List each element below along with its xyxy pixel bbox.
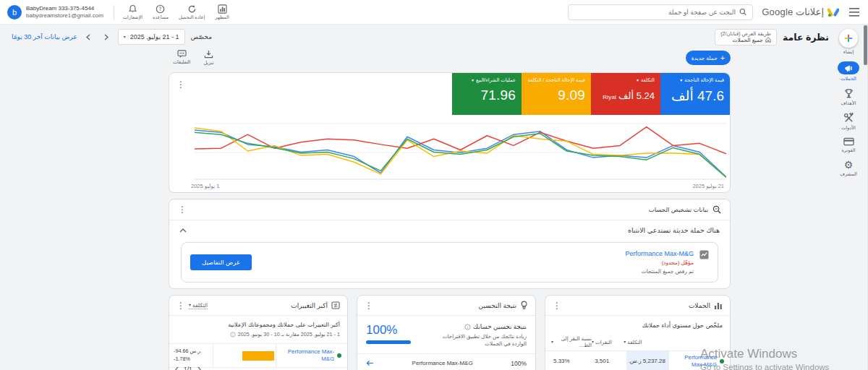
sort-caret-icon: ▾ xyxy=(551,340,553,344)
refresh-button[interactable]: إعادة التحميل xyxy=(179,4,205,20)
kpi-label: عمليات الشراء/البيع xyxy=(476,77,516,83)
diagnostics-menu-icon[interactable]: ⋮ xyxy=(178,205,187,214)
diagnostics-search-icon xyxy=(712,205,721,214)
campaigns-table-header: التكلفة▾ النقرات▾ نسبة النقر إلى الظ...▾ xyxy=(545,335,730,351)
chevron-up-icon[interactable] xyxy=(179,228,187,233)
download-label: تنزيل xyxy=(203,60,213,66)
arrow-left-icon[interactable] xyxy=(366,360,374,366)
kpi-label: قيمة الإحالة الناجحة / التكلفة xyxy=(528,77,585,83)
notifications-button[interactable]: الإشعارات xyxy=(123,4,142,20)
performance-line-chart[interactable] xyxy=(195,121,726,180)
new-campaign-button[interactable]: + حملة جديدة xyxy=(686,51,731,65)
column-clicks[interactable]: النقرات▾ xyxy=(592,339,624,345)
sidebar-item-create[interactable]: إنشاء xyxy=(839,29,858,55)
kpi-label: قيمة الإحالة الناجحة xyxy=(684,77,724,83)
info-icon[interactable]: i xyxy=(230,332,236,337)
changes-pagination: 1/1 xyxy=(175,366,201,370)
optimization-card-menu-icon[interactable]: ⋮ xyxy=(365,301,373,310)
campaign-link[interactable]: Performance Max-M&G xyxy=(625,250,694,257)
account-diagnostics-card: بيانات تشخيص الحساب ⋮ هناك حملة حديثة تس… xyxy=(169,199,731,289)
column-ctr[interactable]: نسبة النقر إلى الظ...▾ xyxy=(551,335,592,348)
sidebar-item-goals[interactable]: الأهداف xyxy=(841,88,856,106)
chart-line-cost xyxy=(195,127,726,154)
campaign-link[interactable]: Performance Max-M&G xyxy=(412,360,473,366)
main-navigation-sidebar: إنشاء الحملات الأهداف الأدوات الفوترة ⚙ … xyxy=(834,29,863,177)
dropdown-caret-icon: ▾ xyxy=(637,78,639,82)
sidebar-item-tools[interactable]: الأدوات xyxy=(841,113,855,131)
show-last-30-days-link[interactable]: عرض بيانات آخر 30 يومًا xyxy=(12,33,77,40)
cost-change-value: -94.66 ر.س. xyxy=(174,348,208,356)
search-icon xyxy=(739,8,746,16)
topbar-actions: المظهر إعادة التحميل ? مساعدة الإشعارات xyxy=(123,4,229,20)
date-range-selector[interactable]: 1 - 21 يوليو, 2025 ▾ xyxy=(118,29,185,45)
kpi-chip-purchases[interactable]: عمليات الشراء/البيع▾ 71.96 xyxy=(452,73,522,115)
reports-chart-icon xyxy=(218,4,227,14)
optimization-score-bar xyxy=(366,340,411,344)
download-button[interactable]: تنزيل xyxy=(203,50,213,66)
campaigns-table-row: Performance Max-M&G 5,237.28 ر.س. 3,501 … xyxy=(545,351,730,370)
dropdown-caret-icon: ▾ xyxy=(680,78,682,82)
avatar[interactable]: b xyxy=(7,5,22,20)
sidebar-item-admin[interactable]: ⚙ المشرف xyxy=(840,160,857,177)
view-mode-line1: طريقة العرض (قناتان/2) xyxy=(720,31,771,37)
info-icon[interactable]: i xyxy=(464,324,471,330)
hamburger-menu-icon[interactable] xyxy=(848,6,861,19)
view-mode-selector[interactable]: طريقة العرض (قناتان/2) جميع الحملات xyxy=(715,29,777,46)
campaign-alert-item: Performance Max-M&G مؤهّل (محدود) تم رفض… xyxy=(181,242,718,283)
changes-card-subtitle: أكبر التغييرات على حملاتك ومجموعاتك الإع… xyxy=(169,316,347,328)
page-title: نظرة عامة xyxy=(783,32,829,43)
percent-change-value: -1.78% xyxy=(174,356,208,363)
date-custom-label: مخصّص xyxy=(191,33,212,40)
campaign-link[interactable]: Performance Max-M&G xyxy=(671,354,717,368)
changes-swap-icon xyxy=(331,301,340,309)
help-button[interactable]: ? مساعدة xyxy=(153,4,169,20)
changes-row: Performance Max-M&G -94.66 ر.س. -1.78% xyxy=(169,343,347,368)
page-indicator: 1/1 xyxy=(184,366,192,370)
global-search-box[interactable] xyxy=(568,4,753,20)
performance-chart-card: ⋮ قيمة الإحالة الناجحة▾ 47.6 ألف التكلفة… xyxy=(169,72,731,193)
svg-text:i: i xyxy=(232,332,233,336)
campaign-link[interactable]: Performance Max-M&G xyxy=(282,348,334,362)
kpi-chip-conversion-value[interactable]: قيمة الإحالة الناجحة▾ 47.6 ألف xyxy=(660,73,730,115)
new-campaign-label: حملة جديدة xyxy=(692,55,718,61)
page-prev-icon[interactable] xyxy=(175,366,179,370)
appearance-label: المظهر xyxy=(215,14,229,20)
search-input[interactable] xyxy=(574,9,736,16)
campaign-performance-badge-icon xyxy=(699,250,709,259)
page-next-icon[interactable] xyxy=(197,366,201,370)
column-cost[interactable]: التكلفة▾ xyxy=(624,339,666,345)
campaign-status: مؤهّل (محدود) xyxy=(625,259,694,266)
billing-card-icon xyxy=(843,137,854,146)
appearance-button[interactable]: المظهر xyxy=(215,4,229,20)
changes-metric-dropdown[interactable]: التكلفة▾ xyxy=(189,302,208,309)
kpi-value: 71.96 xyxy=(458,87,516,103)
account-name: BabyDream 333-375-4544 xyxy=(26,5,103,12)
campaigns-card-subtitle: ملخّص حول مستوى أداء حملاتك xyxy=(545,316,730,329)
multicolor-plus-icon xyxy=(843,33,854,43)
prev-period-button[interactable] xyxy=(83,31,95,43)
chart-card-menu-icon[interactable]: ⋮ xyxy=(176,80,185,89)
kpi-chip-value-per-cost[interactable]: قيمة الإحالة الناجحة / التكلفة▾ 9.09 xyxy=(522,73,591,115)
comments-label: التعليقات xyxy=(173,59,190,65)
dropdown-caret-icon: ▾ xyxy=(472,78,474,82)
change-magnitude-bar xyxy=(242,351,274,361)
campaigns-card-menu-icon[interactable]: ⋮ xyxy=(553,301,561,310)
sidebar-item-campaigns[interactable]: الحملات xyxy=(838,61,859,82)
campaign-status-reason: تم رفض جميع المنتجات xyxy=(625,268,694,275)
page-header: نظرة عامة طريقة العرض (قناتان/2) جميع ال… xyxy=(0,25,833,49)
sidebar-item-billing[interactable]: الفوترة xyxy=(841,137,855,153)
google-ads-logo: إعلانات Google xyxy=(762,7,839,17)
optimization-score-label: نتيجة تحسين حسابك xyxy=(473,323,527,330)
comments-button[interactable]: التعليقات xyxy=(173,50,190,66)
scrollbar-thumb[interactable] xyxy=(864,25,867,65)
changes-card-menu-icon[interactable]: ⋮ xyxy=(176,301,185,310)
view-details-button[interactable]: عرض التفاصيل xyxy=(190,254,252,270)
optimization-score-card: نتيجة التحسين ⋮ نتيجة تحسين حسابك i زياد… xyxy=(357,295,536,370)
page-scrollbar[interactable] xyxy=(863,25,868,370)
next-period-button[interactable] xyxy=(101,31,112,43)
kpi-chip-cost[interactable]: التكلفة▾ 5.24 ألفRiyal xyxy=(591,73,660,115)
campaigns-card-title: الحملات xyxy=(689,302,710,309)
account-info[interactable]: BabyDream 333-375-4544 babydreamstore1@g… xyxy=(7,5,103,20)
sidebar-admin-label: المشرف xyxy=(840,171,857,177)
kpi-label: التكلفة xyxy=(641,77,655,83)
